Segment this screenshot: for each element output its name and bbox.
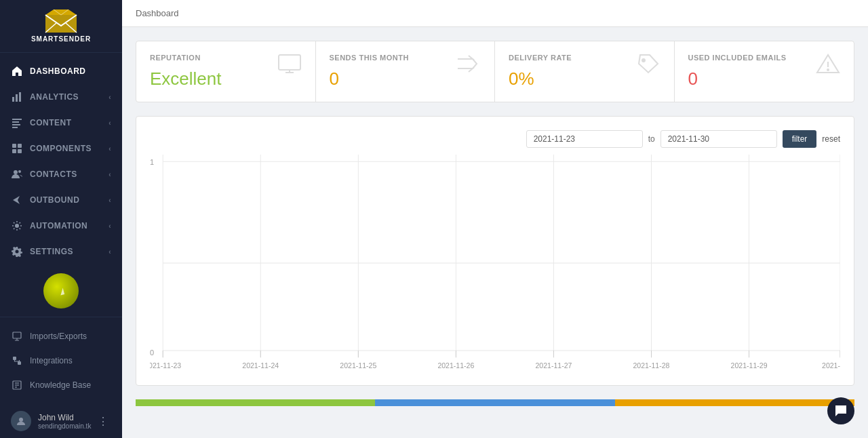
user-name: John Wild bbox=[38, 413, 95, 422]
sidebar-bottom: Imports/Exports Integrations Knowledge B… bbox=[0, 317, 122, 404]
chevron-icon: ‹ bbox=[108, 119, 111, 127]
chart-y-max: 1 bbox=[150, 158, 154, 166]
user-menu-button[interactable]: ⋮ bbox=[95, 414, 111, 429]
svg-point-15 bbox=[14, 170, 18, 174]
monitor-icon bbox=[277, 54, 302, 77]
chart-section: to filter reset 1 bbox=[136, 116, 854, 386]
chart-y-min: 0 bbox=[150, 349, 154, 357]
reset-button[interactable]: reset bbox=[822, 134, 840, 144]
content-icon bbox=[11, 117, 23, 129]
chart-svg: 2021-11-23 2021-11-24 2021-11-25 2021-11… bbox=[150, 155, 840, 372]
svg-text:2021-11-30: 2021-11-30 bbox=[822, 361, 840, 369]
stat-card-reputation: REPUTATION Excellent bbox=[136, 41, 316, 102]
main-body: REPUTATION Excellent SENDS THIS MONTH 0 bbox=[122, 27, 868, 438]
shuffle-icon bbox=[456, 54, 481, 77]
cursor-icon bbox=[59, 287, 64, 295]
svg-point-30 bbox=[642, 59, 645, 62]
sidebar-item-components[interactable]: COMPONENTS ‹ bbox=[0, 136, 122, 161]
breadcrumb: Dashboard bbox=[122, 0, 868, 27]
sidebar-item-outbound[interactable]: OUTBOUND ‹ bbox=[0, 187, 122, 213]
sidebar-item-label: CONTACTS bbox=[30, 170, 77, 179]
automation-icon bbox=[11, 220, 23, 232]
contacts-icon bbox=[11, 168, 23, 180]
sidebar-item-knowledge-base[interactable]: Knowledge Base bbox=[0, 373, 122, 397]
logo-box: SMARTSENDER bbox=[31, 9, 91, 43]
svg-text:2021-11-25: 2021-11-25 bbox=[340, 361, 376, 369]
svg-marker-1 bbox=[45, 9, 77, 15]
svg-rect-14 bbox=[18, 149, 22, 153]
svg-rect-19 bbox=[13, 332, 21, 338]
sidebar-item-contacts[interactable]: CONTACTS ‹ bbox=[0, 161, 122, 187]
chevron-icon: ‹ bbox=[108, 145, 111, 153]
stat-card-sends: SENDS THIS MONTH 0 bbox=[316, 41, 496, 102]
user-avatar bbox=[11, 411, 31, 431]
components-icon bbox=[11, 142, 23, 155]
chevron-icon: ‹ bbox=[108, 197, 111, 204]
sidebar: SMARTSENDER DASHBOARD ANALYTICS ‹ CONTEN… bbox=[0, 0, 122, 438]
svg-rect-7 bbox=[12, 119, 22, 120]
svg-point-16 bbox=[18, 170, 21, 173]
bar-blue bbox=[375, 399, 614, 406]
home-icon bbox=[11, 65, 23, 77]
warning-icon bbox=[816, 54, 840, 77]
bar-orange bbox=[615, 399, 854, 406]
svg-text:2021-11-28: 2021-11-28 bbox=[633, 361, 670, 369]
filter-button[interactable]: filter bbox=[783, 130, 817, 148]
svg-rect-4 bbox=[12, 97, 14, 102]
sidebar-item-imports-exports[interactable]: Imports/Exports bbox=[0, 324, 122, 349]
sidebar-item-dashboard[interactable]: DASHBOARD bbox=[0, 58, 122, 84]
svg-rect-6 bbox=[19, 92, 21, 102]
svg-rect-20 bbox=[13, 357, 16, 360]
logo-svg bbox=[44, 9, 78, 34]
user-info: John Wild sendingdomain.tk bbox=[38, 413, 95, 430]
avatar-section bbox=[0, 265, 122, 317]
svg-text:2021-11-24: 2021-11-24 bbox=[242, 361, 279, 369]
stat-card-emails: USED INCLUDED EMAILS 0 bbox=[675, 41, 854, 102]
user-section: John Wild sendingdomain.tk ⋮ bbox=[0, 404, 122, 438]
svg-rect-12 bbox=[18, 144, 22, 148]
tag-icon bbox=[636, 54, 660, 77]
svg-text:2021-11-27: 2021-11-27 bbox=[535, 361, 572, 369]
svg-rect-21 bbox=[18, 361, 21, 365]
sidebar-item-label: DASHBOARD bbox=[30, 66, 86, 76]
avatar bbox=[43, 273, 79, 308]
sidebar-item-content[interactable]: CONTENT ‹ bbox=[0, 110, 122, 136]
sidebar-item-automation[interactable]: AUTOMATION ‹ bbox=[0, 213, 122, 239]
bottom-bars bbox=[136, 399, 854, 406]
bar-green bbox=[136, 399, 375, 406]
sidebar-item-label: CONTENT bbox=[30, 118, 72, 127]
logo-text: SMARTSENDER bbox=[31, 35, 91, 43]
integrations-label: Integrations bbox=[30, 356, 73, 365]
chart-controls: to filter reset bbox=[150, 130, 840, 148]
sidebar-item-analytics[interactable]: ANALYTICS ‹ bbox=[0, 84, 122, 110]
nav-items: DASHBOARD ANALYTICS ‹ CONTENT ‹ COMPONEN… bbox=[0, 53, 122, 265]
sidebar-item-label: SETTINGS bbox=[30, 247, 73, 256]
svg-text:2021-11-26: 2021-11-26 bbox=[437, 361, 474, 369]
sidebar-item-integrations[interactable]: Integrations bbox=[0, 349, 122, 373]
analytics-icon bbox=[11, 91, 23, 103]
chat-bubble-button[interactable] bbox=[827, 397, 854, 424]
svg-rect-27 bbox=[279, 55, 300, 70]
svg-point-17 bbox=[15, 224, 19, 228]
svg-point-32 bbox=[827, 69, 829, 71]
chevron-icon: ‹ bbox=[108, 248, 111, 256]
sidebar-item-settings[interactable]: SETTINGS ‹ bbox=[0, 239, 122, 264]
knowledge-icon bbox=[11, 379, 23, 391]
svg-rect-13 bbox=[12, 149, 16, 153]
chevron-icon: ‹ bbox=[108, 222, 111, 230]
svg-text:2021-11-23: 2021-11-23 bbox=[150, 361, 181, 369]
import-icon bbox=[11, 330, 23, 342]
date-from-input[interactable] bbox=[526, 130, 643, 148]
date-to-input[interactable] bbox=[660, 130, 777, 148]
svg-rect-5 bbox=[16, 94, 18, 102]
to-label: to bbox=[648, 134, 655, 144]
stat-card-delivery: DELIVERY RATE 0% bbox=[495, 41, 675, 102]
chevron-icon: ‹ bbox=[108, 94, 111, 101]
chat-icon bbox=[834, 404, 848, 418]
knowledge-base-label: Knowledge Base bbox=[30, 380, 91, 390]
main-content: Dashboard REPUTATION Excellent SENDS THI… bbox=[122, 0, 868, 438]
svg-rect-9 bbox=[12, 124, 20, 125]
svg-rect-11 bbox=[12, 144, 16, 148]
sidebar-item-label: COMPONENTS bbox=[30, 144, 92, 153]
svg-point-18 bbox=[16, 250, 19, 254]
